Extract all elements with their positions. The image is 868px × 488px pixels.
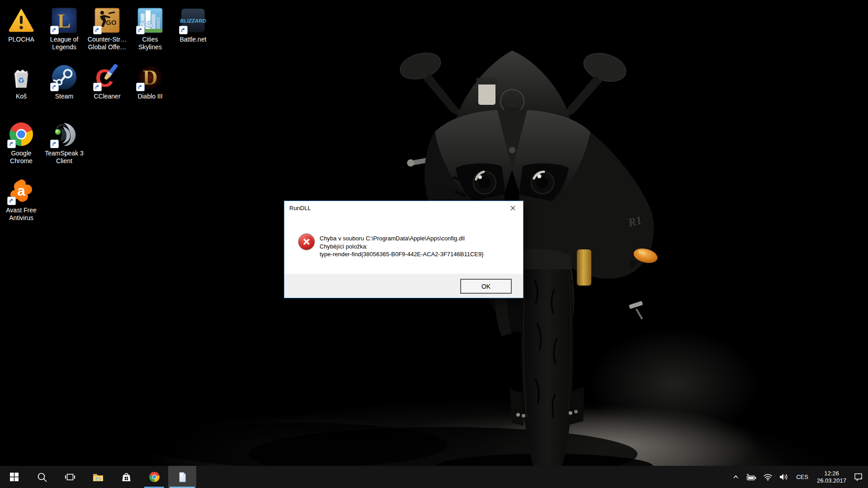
- desktop-icon-label: League ofLegends: [50, 36, 78, 51]
- chevron-up-icon: [732, 473, 740, 481]
- shortcut-arrow-icon: [136, 83, 145, 91]
- desktop-icon-label: GoogleChrome: [10, 150, 33, 165]
- task-view-icon: [65, 472, 75, 483]
- desktop-icon-cities-skylines[interactable]: CS CitiesSkylines: [130, 6, 170, 51]
- battery-charging-icon: [746, 473, 757, 481]
- tray-overflow-button[interactable]: [729, 466, 743, 488]
- svg-text:a: a: [17, 183, 25, 199]
- clock-time: 12:26: [817, 470, 846, 477]
- desktop-icon-teamspeak[interactable]: TeamSpeak 3Client: [44, 120, 85, 165]
- svg-text:BLIZZARD: BLIZZARD: [180, 18, 206, 23]
- steam-icon: [50, 63, 78, 91]
- shortcut-arrow-icon: [93, 26, 102, 34]
- svg-text:L: L: [57, 10, 71, 32]
- ccleaner-icon: C: [93, 63, 121, 91]
- desktop-icon-steam[interactable]: Steam: [44, 63, 85, 100]
- system-tray: CES 12:26 26.03.2017: [729, 466, 868, 488]
- taskbar-clock[interactable]: 12:26 26.03.2017: [813, 466, 850, 488]
- desktop-icon-label: PLOCHA: [8, 36, 34, 43]
- desktop-icon-plocha[interactable]: PLOCHA: [1, 6, 42, 43]
- store-bag-icon: [121, 471, 132, 483]
- desktop-icon-league-of-legends[interactable]: L League ofLegends: [44, 6, 85, 51]
- folder-icon: [92, 471, 104, 483]
- close-button[interactable]: [503, 201, 523, 215]
- recycle-bin-icon: ♻: [7, 63, 35, 91]
- desktop-icon-label: Counter-Str…Global Offe…: [88, 36, 127, 51]
- teamspeak-icon: [50, 120, 78, 148]
- language-indicator[interactable]: CES: [792, 466, 813, 488]
- desktop-icon-label: CCleaner: [94, 93, 120, 100]
- blizzard-battlenet-icon: BLIZZARD: [179, 6, 207, 34]
- dialog-title: RunDLL: [289, 205, 311, 211]
- dialog-footer: OK: [284, 274, 523, 298]
- desktop-icon-google-chrome[interactable]: GoogleChrome: [1, 120, 42, 165]
- battery-status[interactable]: [743, 466, 760, 488]
- desktop-icon-diablo-3[interactable]: D Diablo III: [130, 63, 170, 100]
- start-button[interactable]: [0, 466, 28, 488]
- shortcut-arrow-icon: [136, 26, 145, 34]
- shortcut-arrow-icon: [179, 26, 188, 34]
- desktop-icon-avast[interactable]: a Avast FreeAntivirus: [1, 177, 42, 222]
- wifi-status[interactable]: [760, 466, 776, 488]
- shortcut-arrow-icon: [93, 83, 102, 91]
- document-icon: [176, 471, 188, 483]
- error-message-line1: Chyba v souboru C:\ProgramData\Apple\App…: [320, 235, 484, 243]
- svg-text:D: D: [142, 66, 157, 89]
- taskbar-notepad-button[interactable]: [168, 466, 196, 488]
- shortcut-arrow-icon: [7, 197, 16, 205]
- taskbar-search-button[interactable]: [28, 466, 56, 488]
- desktop-icon-recycle-bin[interactable]: ♻ Koš: [1, 63, 42, 100]
- dialog-titlebar[interactable]: RunDLL: [284, 201, 523, 215]
- speaker-icon: [779, 473, 788, 481]
- shortcut-arrow-icon: [50, 26, 59, 34]
- error-message-line2: Chybějící položka:: [320, 243, 484, 251]
- windows-logo-icon: [10, 473, 19, 481]
- error-message: Chyba v souboru C:\ProgramData\Apple\App…: [320, 235, 484, 258]
- desktop-icon-label: Battle.net: [179, 36, 206, 43]
- shortcut-arrow-icon: [7, 140, 16, 148]
- wifi-icon: [763, 473, 773, 481]
- desktop-icon-ccleaner[interactable]: C CCleaner: [87, 63, 127, 100]
- chrome-icon: [148, 471, 160, 483]
- diablo-3-icon: D: [136, 63, 164, 91]
- volume-status[interactable]: [776, 466, 792, 488]
- rundll-dialog: RunDLL Chyba v souboru C:\ProgramData\Ap…: [284, 201, 524, 298]
- search-icon: [37, 472, 47, 483]
- taskbar: CES 12:26 26.03.2017: [0, 466, 868, 488]
- error-icon: [298, 234, 315, 250]
- clock-date: 26.03.2017: [817, 477, 846, 484]
- desktop-icon-counter-strike[interactable]: GO Counter-Str…Global Offe…: [87, 6, 127, 51]
- file-explorer-button[interactable]: [84, 466, 112, 488]
- svg-text:♻: ♻: [18, 76, 24, 85]
- task-view-button[interactable]: [56, 466, 84, 488]
- chrome-icon: [7, 120, 35, 148]
- desktop-icon-label: Steam: [55, 93, 73, 100]
- desktop-icon-label: Koš: [16, 93, 27, 100]
- store-button[interactable]: [112, 466, 140, 488]
- taskbar-chrome-button[interactable]: [140, 466, 168, 488]
- ok-button[interactable]: OK: [460, 279, 512, 294]
- desktop-icon-label: TeamSpeak 3Client: [45, 150, 84, 165]
- action-center-button[interactable]: [850, 466, 866, 488]
- cities-skylines-icon: CS: [136, 6, 164, 34]
- action-center-icon: [854, 473, 863, 481]
- desktop-icon-label: Diablo III: [137, 93, 162, 100]
- warning-triangle-icon: [7, 6, 35, 34]
- shortcut-arrow-icon: [50, 83, 59, 91]
- error-message-line3: type-render-find{38056365-B0F9-442E-ACA2…: [320, 250, 484, 258]
- desktop-icon-label: Avast FreeAntivirus: [6, 206, 36, 222]
- avast-icon: a: [7, 177, 35, 205]
- shortcut-arrow-icon: [50, 140, 59, 148]
- desktop-icon-label: CitiesSkylines: [138, 36, 162, 51]
- desktop-icon-battle-net[interactable]: BLIZZARD Battle.net: [173, 6, 213, 43]
- svg-text:GO: GO: [106, 19, 117, 26]
- close-icon: [510, 206, 515, 211]
- counter-strike-go-icon: GO: [93, 6, 121, 34]
- league-of-legends-icon: L: [50, 6, 78, 34]
